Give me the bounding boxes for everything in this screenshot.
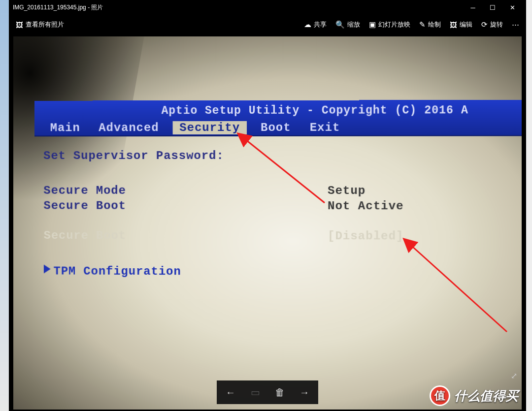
- row-tpm-configuration[interactable]: TPM Configuration: [44, 265, 522, 280]
- rotate-label: 旋转: [490, 20, 503, 29]
- edit-label: 编辑: [460, 20, 472, 29]
- draw-icon: ✎: [419, 20, 426, 29]
- bios-title: Aptio Setup Utility - Copyright (C) 2016…: [34, 103, 522, 122]
- smzdm-badge-icon: 值: [430, 385, 450, 406]
- slideshow-icon: ▣: [369, 20, 376, 29]
- prev-photo-button[interactable]: ←: [221, 383, 240, 401]
- zoom-icon: 🔍: [335, 20, 345, 29]
- desktop-strip: [0, 0, 9, 411]
- share-label: 共享: [314, 20, 327, 29]
- zoom-label: 缩放: [347, 20, 360, 29]
- bios-tabs: Main Advanced Security Boot Exit: [34, 121, 522, 136]
- right-gutter: [526, 0, 532, 411]
- view-all-photos-label: 查看所有照片: [26, 20, 64, 29]
- edit-button[interactable]: 🖼 编辑: [450, 20, 472, 29]
- bios-body: Set Supervisor Password: Secure Mode Set…: [34, 136, 522, 279]
- slideshow-label: 幻灯片放映: [378, 20, 410, 29]
- secure-boot-status-value: Not Active: [328, 199, 404, 213]
- ellipsis-icon: ⋯: [512, 20, 519, 29]
- secure-boot-status-label: Secure Boot: [43, 199, 328, 213]
- photos-app-window: IMG_20161113_195345.jpg - 照片 ─ ☐ ✕ 🖼 查看所…: [9, 0, 526, 411]
- window-title: IMG_20161113_195345.jpg - 照片: [13, 3, 103, 12]
- smzdm-watermark-text: 什么值得买: [454, 387, 518, 405]
- secure-mode-label: Secure Mode: [43, 184, 328, 197]
- secure-mode-value: Setup: [328, 184, 366, 197]
- share-button[interactable]: ☁ 共享: [304, 20, 327, 29]
- edit-icon: 🖼: [450, 21, 457, 29]
- bios-tab-boot[interactable]: Boot: [256, 121, 296, 134]
- slideshow-button[interactable]: ▣ 幻灯片放映: [369, 20, 410, 29]
- bios-tab-advanced[interactable]: Advanced: [94, 121, 164, 134]
- minimize-button[interactable]: ─: [463, 0, 483, 15]
- bios-tab-main[interactable]: Main: [45, 121, 85, 134]
- gallery-icon: 🖼: [16, 21, 23, 29]
- row-supervisor-password[interactable]: Set Supervisor Password:: [43, 149, 522, 162]
- next-photo-button[interactable]: →: [295, 383, 314, 401]
- bios-tab-exit[interactable]: Exit: [305, 121, 345, 134]
- row-secure-boot-status: Secure Boot Not Active: [43, 199, 522, 213]
- row-secure-boot-option[interactable]: Secure Boot [Disabled]: [44, 229, 522, 243]
- supervisor-password-label: Set Supervisor Password:: [43, 149, 328, 162]
- bios-tab-security[interactable]: Security: [172, 121, 247, 134]
- add-to-album-button[interactable]: ▭: [245, 383, 265, 401]
- view-all-photos-button[interactable]: 🖼 查看所有照片: [16, 20, 64, 29]
- tpm-configuration-label: TPM Configuration: [54, 265, 181, 279]
- more-button[interactable]: ⋯: [512, 20, 519, 29]
- photo-action-bar: ← ▭ 🗑 →: [217, 380, 318, 404]
- smzdm-watermark: 值 什么值得买: [430, 385, 518, 406]
- draw-button[interactable]: ✎ 绘制: [419, 20, 441, 29]
- zoom-button[interactable]: 🔍 缩放: [335, 20, 360, 29]
- rotate-button[interactable]: ⟳ 旋转: [481, 20, 503, 29]
- bios-header: Aptio Setup Utility - Copyright (C) 2016…: [34, 100, 522, 136]
- row-secure-mode: Secure Mode Setup: [43, 184, 522, 198]
- share-icon: ☁: [304, 20, 311, 29]
- bios-screen: Aptio Setup Utility - Copyright (C) 2016…: [34, 100, 522, 281]
- close-button[interactable]: ✕: [502, 0, 522, 15]
- delete-photo-button[interactable]: 🗑: [270, 383, 290, 401]
- draw-label: 绘制: [428, 20, 441, 29]
- rotate-icon: ⟳: [481, 20, 488, 29]
- window-title-bar: IMG_20161113_195345.jpg - 照片 ─ ☐ ✕: [9, 0, 526, 15]
- fullscreen-button[interactable]: ⤢: [511, 371, 517, 380]
- photo-viewport: Aptio Setup Utility - Copyright (C) 2016…: [9, 34, 526, 411]
- secure-boot-option-value: [Disabled]: [328, 229, 404, 243]
- submenu-arrow-icon: [44, 265, 51, 274]
- maximize-button[interactable]: ☐: [483, 0, 502, 15]
- photo-content: Aptio Setup Utility - Copyright (C) 2016…: [13, 36, 522, 410]
- secure-boot-option-label: Secure Boot: [44, 229, 328, 243]
- app-toolbar: 🖼 查看所有照片 ☁ 共享 🔍 缩放 ▣ 幻灯片放映 ✎ 绘制 🖼: [9, 15, 526, 34]
